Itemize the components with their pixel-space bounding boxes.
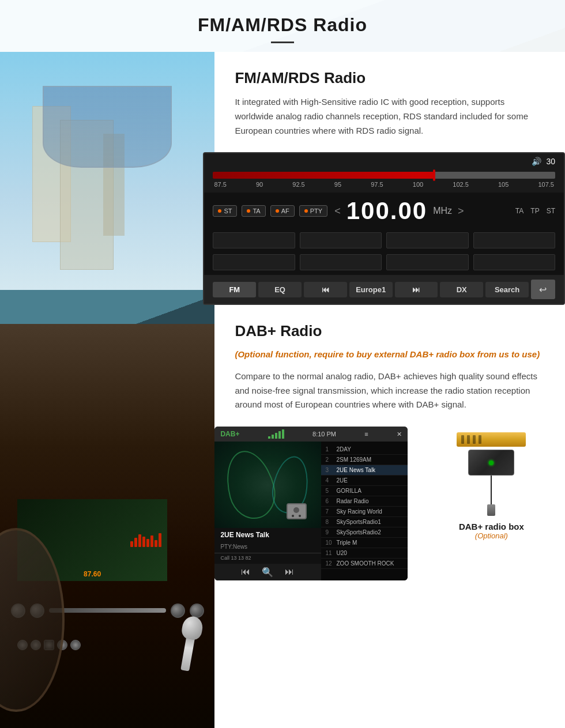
volume-icon: 🔊 <box>532 157 541 166</box>
dab-plug <box>487 504 495 516</box>
pin-holes <box>461 435 481 444</box>
freq-display: < 100.00 MHz > <box>334 197 508 225</box>
mode-btn-pty[interactable]: PTY <box>299 205 327 217</box>
slider-thumb <box>433 169 435 181</box>
dab-section-title: DAB+ Radio <box>235 322 545 340</box>
preset-1[interactable] <box>213 232 295 248</box>
dab-lower-layout: DAB+ 8:10 PM ≡ ✕ <box>214 427 565 592</box>
fm-section-title: FM/AM/RDS Radio <box>235 69 545 87</box>
dab-next-btn[interactable]: ⏭ <box>285 567 294 578</box>
knob-4[interactable] <box>190 603 204 618</box>
preset-3[interactable] <box>386 232 468 248</box>
radio-right-labels: TA TP ST <box>515 207 555 215</box>
btn-search[interactable]: Search <box>485 282 529 297</box>
signal-bar-2 <box>272 435 274 439</box>
radio-controls-row: ST TA AF PTY < 100.00 MHz > <box>204 193 564 229</box>
dab-search-icon[interactable]: 🔍 <box>262 567 273 578</box>
list-item[interactable]: 6Radar Radio <box>321 496 408 507</box>
dab-call-number: Call 13 13 82 <box>214 553 321 564</box>
list-item[interactable]: 22SM 1269AM <box>321 455 408 465</box>
dab-time: 8:10 PM <box>312 431 336 437</box>
knob-3[interactable] <box>171 603 185 618</box>
freq-nav: < 100.00 MHz > <box>334 197 508 225</box>
dab-pty: PTY:News <box>214 542 321 553</box>
list-item[interactable]: 9SkySportsRadio2 <box>321 527 408 538</box>
list-item[interactable]: 11U20 <box>321 548 408 559</box>
dab-station-name: 2UE News Talk <box>214 528 321 542</box>
page-header: FM/AM/RDS Radio <box>0 0 565 52</box>
fm-section-description: It integrated with High-Sensitive radio … <box>235 95 545 138</box>
freq-unit: MHz <box>433 206 452 216</box>
dab-box-body <box>468 450 514 476</box>
list-item[interactable]: 32UE News Talk <box>321 465 408 476</box>
btn-back[interactable]: ↩ <box>531 280 555 299</box>
mode-btn-st[interactable]: ST <box>213 205 237 217</box>
list-item[interactable]: 10Triple M <box>321 538 408 548</box>
radio-presets-1 <box>204 229 564 251</box>
list-item[interactable]: 42UE <box>321 476 408 486</box>
car-dashboard: 87.60 <box>0 324 214 728</box>
preset-6[interactable] <box>300 254 382 270</box>
btn-prev[interactable]: ⏮ <box>304 282 347 297</box>
dab-prev-btn[interactable]: ⏮ <box>241 567 250 578</box>
dab-box-indicator <box>489 461 494 465</box>
radio-volume-bar: 🔊 30 <box>204 153 564 169</box>
dab-screen-column: DAB+ 8:10 PM ≡ ✕ <box>214 427 417 592</box>
btn-fm[interactable]: FM <box>213 282 256 297</box>
dab-box-label: DAB+ radio box <box>430 522 553 531</box>
mode-btn-af[interactable]: AF <box>270 205 295 217</box>
label-ta: TA <box>515 207 523 215</box>
mode-btn-ta[interactable]: TA <box>242 205 265 217</box>
dab-box-column: DAB+ radio box (Optional) <box>418 427 565 592</box>
freq-right-arrow[interactable]: > <box>458 205 464 217</box>
pin-hole-4 <box>479 435 481 444</box>
radio-mode-buttons: ST TA AF PTY <box>213 205 327 217</box>
list-item[interactable]: 8SkySportsRadio1 <box>321 517 408 527</box>
wave-green <box>219 446 281 525</box>
frequency-scale: 87.59092.59597.5100102.5105107.5 <box>213 181 555 188</box>
btn-next[interactable]: ⏭ <box>395 282 438 297</box>
dab-box-sublabel: (Optional) <box>430 531 553 540</box>
dab-screenshot: DAB+ 8:10 PM ≡ ✕ <box>214 427 408 580</box>
preset-7[interactable] <box>386 254 468 270</box>
dab-section-description: Compare to the normal analog radio, DAB+… <box>235 369 545 412</box>
radio-bottom-bar: FM EQ ⏮ Europe1 ⏭ DX Search ↩ <box>204 275 564 304</box>
signal-bar-1 <box>268 436 270 439</box>
list-item[interactable]: 12ZOO SMOOTH ROCK <box>321 559 408 569</box>
signal-bar-5 <box>282 429 284 439</box>
freq-value: 100.00 <box>346 197 427 225</box>
preset-5[interactable] <box>213 254 295 270</box>
page-title: FM/AM/RDS Radio <box>12 14 553 36</box>
radio-artwork-icon <box>287 503 307 519</box>
label-tp: TP <box>530 207 539 215</box>
dab-header: DAB+ 8:10 PM ≡ ✕ <box>214 427 408 442</box>
car-volume-slider[interactable] <box>49 608 166 613</box>
list-item[interactable]: 12DAY <box>321 444 408 455</box>
list-item[interactable]: 7Sky Racing World <box>321 507 408 517</box>
screen-freq-display: 87.60 <box>84 570 101 578</box>
frequency-slider[interactable] <box>213 172 555 179</box>
dab-close-icon[interactable]: ✕ <box>397 431 402 438</box>
dab-optional-text: (Optional function, require to buy exter… <box>235 348 545 361</box>
gear-shift <box>180 624 197 671</box>
btn-europe1[interactable]: Europe1 <box>349 282 393 297</box>
preset-4[interactable] <box>473 232 555 248</box>
freq-left-arrow[interactable]: < <box>334 205 341 217</box>
btn-eq[interactable]: EQ <box>258 282 302 297</box>
volume-number: 30 <box>546 157 555 166</box>
dab-playback-controls: ⏮ 🔍 ⏭ <box>214 564 321 580</box>
dab-cable <box>491 476 492 504</box>
list-item[interactable]: 5GORILLA <box>321 486 408 496</box>
fm-section: FM/AM/RDS Radio It integrated with High-… <box>214 52 565 152</box>
preset-2[interactable] <box>300 232 382 248</box>
car-image-area: 87.60 <box>0 52 214 728</box>
dab-signal <box>268 429 284 439</box>
pin-hole-2 <box>467 435 470 444</box>
car-interior: 87.60 <box>0 52 214 728</box>
dab-menu-icon: ≡ <box>364 431 368 437</box>
dab-label: DAB+ <box>220 430 239 438</box>
preset-8[interactable] <box>473 254 555 270</box>
btn-dx[interactable]: DX <box>440 282 483 297</box>
dab-box-visual <box>430 432 553 516</box>
radio-slider-area[interactable]: 87.59092.59597.5100102.5105107.5 <box>204 169 564 193</box>
